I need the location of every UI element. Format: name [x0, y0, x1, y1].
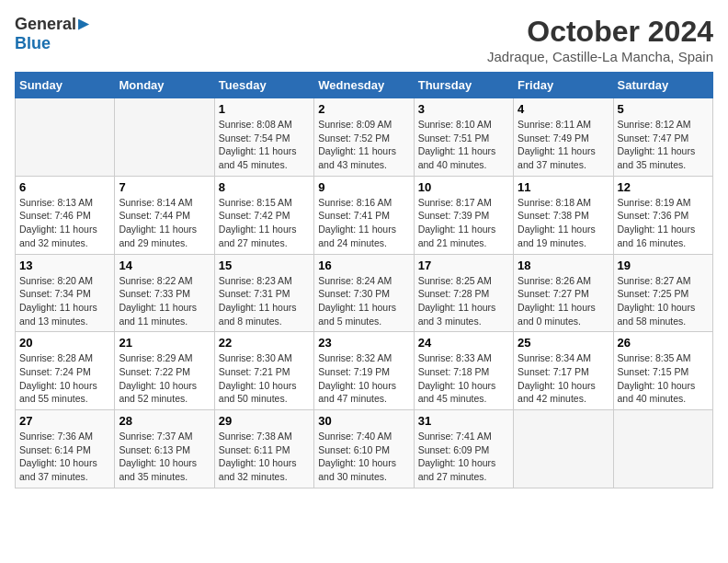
- day-info: Sunrise: 8:09 AM Sunset: 7:52 PM Dayligh…: [318, 118, 409, 172]
- day-number: 5: [618, 102, 709, 116]
- weekday-header: Sunday: [16, 73, 115, 98]
- logo: General Blue: [15, 15, 89, 53]
- day-info: Sunrise: 7:40 AM Sunset: 6:10 PM Dayligh…: [318, 430, 409, 484]
- day-number: 15: [219, 259, 310, 272]
- day-info: Sunrise: 8:20 AM Sunset: 7:34 PM Dayligh…: [19, 274, 110, 328]
- day-info: Sunrise: 8:19 AM Sunset: 7:36 PM Dayligh…: [618, 196, 709, 250]
- calendar-cell: 14Sunrise: 8:22 AM Sunset: 7:33 PM Dayli…: [115, 254, 214, 332]
- day-number: 27: [19, 414, 110, 428]
- calendar-cell: [613, 410, 712, 488]
- day-number: 23: [318, 336, 409, 350]
- day-number: 9: [318, 180, 409, 194]
- day-info: Sunrise: 8:22 AM Sunset: 7:33 PM Dayligh…: [119, 274, 210, 328]
- calendar-cell: 31Sunrise: 7:41 AM Sunset: 6:09 PM Dayli…: [414, 410, 513, 488]
- calendar-cell: [16, 98, 115, 177]
- weekday-header: Friday: [514, 73, 613, 98]
- weekday-header: Wednesday: [314, 73, 414, 98]
- calendar-week-row: 6Sunrise: 8:13 AM Sunset: 7:46 PM Daylig…: [16, 176, 713, 254]
- title-block: October 2024 Jadraque, Castille-La Manch…: [487, 15, 713, 64]
- logo-blue-text: Blue: [15, 34, 51, 53]
- calendar-cell: 9Sunrise: 8:16 AM Sunset: 7:41 PM Daylig…: [314, 176, 414, 254]
- calendar-cell: [115, 98, 214, 177]
- day-info: Sunrise: 8:24 AM Sunset: 7:30 PM Dayligh…: [318, 274, 409, 328]
- calendar-header: SundayMondayTuesdayWednesdayThursdayFrid…: [16, 73, 713, 98]
- day-info: Sunrise: 8:17 AM Sunset: 7:39 PM Dayligh…: [418, 196, 509, 250]
- calendar-cell: 2Sunrise: 8:09 AM Sunset: 7:52 PM Daylig…: [314, 98, 414, 177]
- calendar-cell: 26Sunrise: 8:35 AM Sunset: 7:15 PM Dayli…: [613, 332, 712, 410]
- day-info: Sunrise: 8:32 AM Sunset: 7:19 PM Dayligh…: [318, 351, 409, 406]
- day-info: Sunrise: 8:16 AM Sunset: 7:41 PM Dayligh…: [318, 196, 409, 250]
- day-info: Sunrise: 8:35 AM Sunset: 7:15 PM Dayligh…: [618, 351, 709, 406]
- day-number: 10: [418, 180, 509, 194]
- calendar-cell: 12Sunrise: 8:19 AM Sunset: 7:36 PM Dayli…: [613, 176, 712, 254]
- day-number: 1: [219, 102, 310, 116]
- day-info: Sunrise: 8:27 AM Sunset: 7:25 PM Dayligh…: [618, 274, 709, 328]
- day-number: 30: [318, 414, 409, 428]
- day-info: Sunrise: 8:13 AM Sunset: 7:46 PM Dayligh…: [19, 196, 110, 250]
- calendar-cell: 25Sunrise: 8:34 AM Sunset: 7:17 PM Dayli…: [514, 332, 613, 410]
- calendar-week-row: 1Sunrise: 8:08 AM Sunset: 7:54 PM Daylig…: [16, 98, 713, 177]
- calendar-cell: 27Sunrise: 7:36 AM Sunset: 6:14 PM Dayli…: [16, 410, 115, 488]
- day-info: Sunrise: 8:23 AM Sunset: 7:31 PM Dayligh…: [219, 274, 310, 328]
- day-number: 28: [119, 414, 210, 428]
- day-info: Sunrise: 8:11 AM Sunset: 7:49 PM Dayligh…: [518, 118, 609, 172]
- calendar-week-row: 20Sunrise: 8:28 AM Sunset: 7:24 PM Dayli…: [16, 332, 713, 410]
- day-number: 7: [119, 180, 210, 194]
- calendar-cell: 20Sunrise: 8:28 AM Sunset: 7:24 PM Dayli…: [16, 332, 115, 410]
- weekday-header: Saturday: [613, 73, 712, 98]
- day-number: 24: [418, 336, 509, 350]
- calendar-week-row: 13Sunrise: 8:20 AM Sunset: 7:34 PM Dayli…: [16, 254, 713, 332]
- day-number: 18: [518, 259, 609, 272]
- weekday-header: Thursday: [414, 73, 513, 98]
- day-info: Sunrise: 8:18 AM Sunset: 7:38 PM Dayligh…: [518, 196, 609, 250]
- calendar-week-row: 27Sunrise: 7:36 AM Sunset: 6:14 PM Dayli…: [16, 410, 713, 488]
- calendar-cell: 29Sunrise: 7:38 AM Sunset: 6:11 PM Dayli…: [214, 410, 313, 488]
- calendar-cell: 4Sunrise: 8:11 AM Sunset: 7:49 PM Daylig…: [514, 98, 613, 177]
- day-info: Sunrise: 8:26 AM Sunset: 7:27 PM Dayligh…: [518, 274, 609, 328]
- day-info: Sunrise: 8:33 AM Sunset: 7:18 PM Dayligh…: [418, 351, 509, 406]
- weekday-header: Monday: [115, 73, 214, 98]
- day-info: Sunrise: 8:15 AM Sunset: 7:42 PM Dayligh…: [219, 196, 310, 250]
- day-number: 14: [119, 259, 210, 272]
- logo-general-text: General: [15, 15, 76, 34]
- calendar-body: 1Sunrise: 8:08 AM Sunset: 7:54 PM Daylig…: [16, 98, 713, 488]
- day-info: Sunrise: 8:28 AM Sunset: 7:24 PM Dayligh…: [19, 351, 110, 406]
- day-number: 31: [418, 414, 509, 428]
- calendar-cell: 6Sunrise: 8:13 AM Sunset: 7:46 PM Daylig…: [16, 176, 115, 254]
- calendar-cell: 22Sunrise: 8:30 AM Sunset: 7:21 PM Dayli…: [214, 332, 313, 410]
- calendar-cell: 7Sunrise: 8:14 AM Sunset: 7:44 PM Daylig…: [115, 176, 214, 254]
- calendar-cell: 10Sunrise: 8:17 AM Sunset: 7:39 PM Dayli…: [414, 176, 513, 254]
- day-number: 3: [418, 102, 509, 116]
- calendar-cell: 15Sunrise: 8:23 AM Sunset: 7:31 PM Dayli…: [214, 254, 313, 332]
- calendar-cell: 11Sunrise: 8:18 AM Sunset: 7:38 PM Dayli…: [514, 176, 613, 254]
- day-info: Sunrise: 8:30 AM Sunset: 7:21 PM Dayligh…: [219, 351, 310, 406]
- day-info: Sunrise: 7:36 AM Sunset: 6:14 PM Dayligh…: [19, 430, 110, 484]
- calendar-cell: 16Sunrise: 8:24 AM Sunset: 7:30 PM Dayli…: [314, 254, 414, 332]
- day-number: 26: [618, 336, 709, 350]
- day-number: 22: [219, 336, 310, 350]
- calendar-cell: 18Sunrise: 8:26 AM Sunset: 7:27 PM Dayli…: [514, 254, 613, 332]
- calendar-cell: 21Sunrise: 8:29 AM Sunset: 7:22 PM Dayli…: [115, 332, 214, 410]
- calendar-cell: 1Sunrise: 8:08 AM Sunset: 7:54 PM Daylig…: [214, 98, 313, 177]
- day-number: 12: [618, 180, 709, 194]
- day-number: 2: [318, 102, 409, 116]
- calendar-cell: 13Sunrise: 8:20 AM Sunset: 7:34 PM Dayli…: [16, 254, 115, 332]
- day-number: 16: [318, 259, 409, 272]
- day-number: 4: [518, 102, 609, 116]
- day-number: 29: [219, 414, 310, 428]
- day-info: Sunrise: 8:29 AM Sunset: 7:22 PM Dayligh…: [119, 351, 210, 406]
- calendar-cell: 19Sunrise: 8:27 AM Sunset: 7:25 PM Dayli…: [613, 254, 712, 332]
- location-title: Jadraque, Castille-La Mancha, Spain: [487, 49, 713, 64]
- day-info: Sunrise: 8:10 AM Sunset: 7:51 PM Dayligh…: [418, 118, 509, 172]
- weekday-row: SundayMondayTuesdayWednesdayThursdayFrid…: [16, 73, 713, 98]
- calendar-cell: 30Sunrise: 7:40 AM Sunset: 6:10 PM Dayli…: [314, 410, 414, 488]
- day-info: Sunrise: 8:34 AM Sunset: 7:17 PM Dayligh…: [518, 351, 609, 406]
- day-number: 20: [19, 336, 110, 350]
- calendar-cell: 3Sunrise: 8:10 AM Sunset: 7:51 PM Daylig…: [414, 98, 513, 177]
- calendar-cell: 24Sunrise: 8:33 AM Sunset: 7:18 PM Dayli…: [414, 332, 513, 410]
- calendar-cell: 5Sunrise: 8:12 AM Sunset: 7:47 PM Daylig…: [613, 98, 712, 177]
- calendar-cell: [514, 410, 613, 488]
- day-info: Sunrise: 8:14 AM Sunset: 7:44 PM Dayligh…: [119, 196, 210, 250]
- day-info: Sunrise: 7:41 AM Sunset: 6:09 PM Dayligh…: [418, 430, 509, 484]
- calendar-cell: 8Sunrise: 8:15 AM Sunset: 7:42 PM Daylig…: [214, 176, 313, 254]
